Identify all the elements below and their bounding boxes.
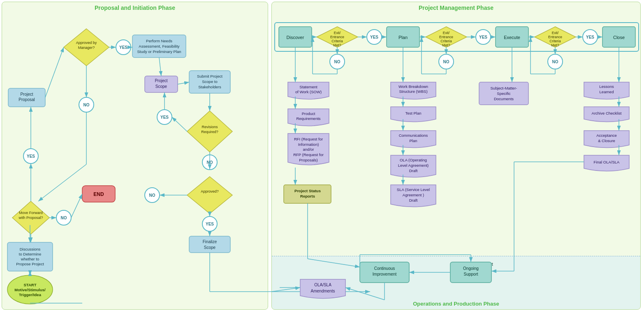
ops-region: Operations and Production Phase: [272, 256, 640, 309]
project-proposal-label: Project Proposal: [8, 88, 45, 93]
continuous-improvement-label: Continuous Improvement: [360, 262, 409, 267]
right-region: Project Management Phase Operations and …: [271, 2, 641, 310]
ops-phase-title: Operations and Production Phase: [272, 301, 640, 307]
left-region: Proposal and Initiation Phase: [2, 2, 268, 310]
left-phase-title: Proposal and Initiation Phase: [2, 5, 268, 11]
diagram-wrapper: Proposal and Initiation Phase Project Ma…: [0, 0, 644, 313]
right-phase-title: Project Management Phase: [272, 5, 640, 11]
ongoing-support-label: Ongoing Support: [457, 262, 498, 267]
